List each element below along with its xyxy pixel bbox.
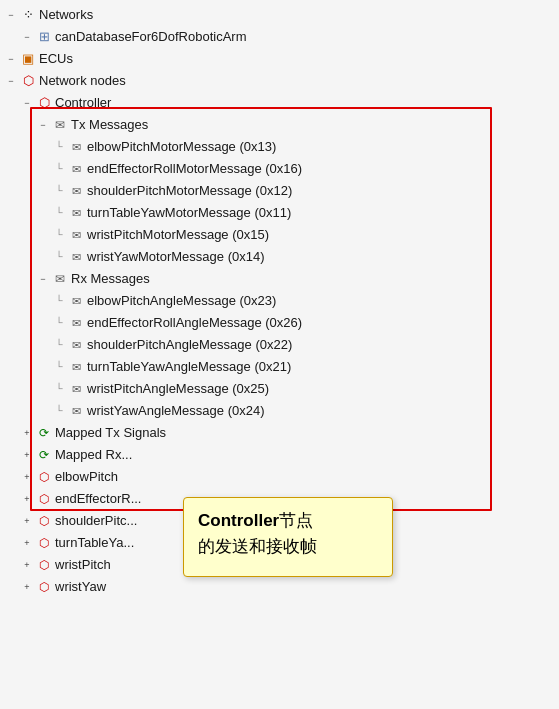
tree-label-endeffector-rx: endEffectorRollAngleMessage (0x26) [87,313,302,333]
expander-wristpitch-node[interactable] [20,558,34,572]
tree-label-shoulder-tx: shoulderPitchMotorMessage (0x12) [87,181,292,201]
msg-icon-turntable-rx: ✉ [68,359,84,375]
expander-elbowpitch-node[interactable] [20,470,34,484]
tree-label-elbow-rx: elbowPitchAngleMessage (0x23) [87,291,276,311]
turntable-node-icon: ⬡ [36,535,52,551]
tree-label-mappedrx: Mapped Rx... [55,445,132,465]
expander-elbow-rx: └ [52,294,66,308]
networknode-icon: ⬡ [20,73,36,89]
network-icon: ⁘ [20,7,36,23]
tree-label-turntable-node: turnTableYa... [55,533,134,553]
tree-label-shoulder-rx: shoulderPitchAngleMessage (0x22) [87,335,292,355]
tree-label-txmessages: Tx Messages [71,115,148,135]
tree-item-elbow-rx[interactable]: └ ✉ elbowPitchAngleMessage (0x23) [0,290,559,312]
expander-turntable-node[interactable] [20,536,34,550]
tree-item-wristpitch-tx[interactable]: └ ✉ wristPitchMotorMessage (0x15) [0,224,559,246]
tree-container: ⁘ Networks ⊞ canDatabaseFor6DofRoboticAr… [0,0,559,709]
mappedrx-icon: ⟳ [36,447,52,463]
db-icon: ⊞ [36,29,52,45]
tree-item-rxmessages[interactable]: ✉ Rx Messages [0,268,559,290]
expander-networks[interactable] [4,8,18,22]
msg-icon-elbow-rx: ✉ [68,293,84,309]
expander-shoulderpitch-node[interactable] [20,514,34,528]
expander-wristyaw-node[interactable] [20,580,34,594]
tree-item-mappedtx[interactable]: ⟳ Mapped Tx Signals [0,422,559,444]
expander-elbow-tx: └ [52,140,66,154]
expander-wristpitch-tx: └ [52,228,66,242]
expander-endeffector-rx: └ [52,316,66,330]
tree-item-wristyaw-rx[interactable]: └ ✉ wristYawAngleMessage (0x24) [0,400,559,422]
tree-label-ecus: ECUs [39,49,73,69]
tooltip-bold: Controller [198,511,279,530]
expander-controller[interactable] [20,96,34,110]
tree-item-wristpitch-rx[interactable]: └ ✉ wristPitchAngleMessage (0x25) [0,378,559,400]
expander-shoulder-tx: └ [52,184,66,198]
tree-label-wristpitch-tx: wristPitchMotorMessage (0x15) [87,225,269,245]
expander-mappedtx[interactable] [20,426,34,440]
tree-item-turntable-tx[interactable]: └ ✉ turnTableYawMotorMessage (0x11) [0,202,559,224]
tree-item-turntable-rx[interactable]: └ ✉ turnTableYawAngleMessage (0x21) [0,356,559,378]
tree-item-ecus[interactable]: ▣ ECUs [0,48,559,70]
tree-label-networknodes: Network nodes [39,71,126,91]
tree-item-networks[interactable]: ⁘ Networks [0,4,559,26]
tree-item-endeffector-rx[interactable]: └ ✉ endEffectorRollAngleMessage (0x26) [0,312,559,334]
tree-label-elbowpitch-node: elbowPitch [55,467,118,487]
mappedtx-icon: ⟳ [36,425,52,441]
tree-label-mappedtx: Mapped Tx Signals [55,423,166,443]
expander-endeffector-tx: └ [52,162,66,176]
tooltip: Controller节点的发送和接收帧 [183,497,393,577]
wristpitch-node-icon: ⬡ [36,557,52,573]
tree-label-turntable-tx: turnTableYawMotorMessage (0x11) [87,203,291,223]
msg-icon-wristpitch-tx: ✉ [68,227,84,243]
tree-item-shoulder-tx[interactable]: └ ✉ shoulderPitchMotorMessage (0x12) [0,180,559,202]
ecu-icon: ▣ [20,51,36,67]
wristyaw-node-icon: ⬡ [36,579,52,595]
msg-icon-wristyaw-rx: ✉ [68,403,84,419]
tree-item-wristyaw-tx[interactable]: └ ✉ wristYawMotorMessage (0x14) [0,246,559,268]
tree-item-candatabase[interactable]: ⊞ canDatabaseFor6DofRoboticArm [0,26,559,48]
rx-icon: ✉ [52,271,68,287]
tree-label-controller: Controller [55,93,111,113]
tree-label-endeffector-tx: endEffectorRollMotorMessage (0x16) [87,159,302,179]
msg-icon-endeffector-rx: ✉ [68,315,84,331]
tree-label-networks: Networks [39,5,93,25]
expander-ecus[interactable] [4,52,18,66]
tree-item-txmessages[interactable]: ✉ Tx Messages [0,114,559,136]
msg-icon-shoulder-rx: ✉ [68,337,84,353]
tree-item-mappedrx[interactable]: ⟳ Mapped Rx... [0,444,559,466]
tree-label-wristyaw-rx: wristYawAngleMessage (0x24) [87,401,265,421]
msg-icon-endeffector-tx: ✉ [68,161,84,177]
expander-wristyaw-rx: └ [52,404,66,418]
tree-item-networknodes[interactable]: ⬡ Network nodes [0,70,559,92]
tree-label-rxmessages: Rx Messages [71,269,150,289]
msg-icon-wristpitch-rx: ✉ [68,381,84,397]
tree-label-wristyaw-node: wristYaw [55,577,106,597]
tree-item-elbowpitch-node[interactable]: ⬡ elbowPitch [0,466,559,488]
msg-icon-turntable-tx: ✉ [68,205,84,221]
expander-turntable-rx: └ [52,360,66,374]
tree-label-shoulderpitch-node: shoulderPitc... [55,511,137,531]
expander-txmessages[interactable] [36,118,50,132]
controller-icon: ⬡ [36,95,52,111]
tree-label-candatabase: canDatabaseFor6DofRoboticArm [55,27,246,47]
expander-candatabase[interactable] [20,30,34,44]
tree-item-elbow-tx[interactable]: └ ✉ elbowPitchMotorMessage (0x13) [0,136,559,158]
expander-rxmessages[interactable] [36,272,50,286]
tree-label-elbow-tx: elbowPitchMotorMessage (0x13) [87,137,276,157]
tree-item-controller[interactable]: ⬡ Controller [0,92,559,114]
tree-item-endeffector-tx[interactable]: └ ✉ endEffectorRollMotorMessage (0x16) [0,158,559,180]
expander-endeffector-node[interactable] [20,492,34,506]
tx-icon: ✉ [52,117,68,133]
expander-shoulder-rx: └ [52,338,66,352]
expander-networknodes[interactable] [4,74,18,88]
tree-label-wristpitch-node: wristPitch [55,555,111,575]
tree-item-shoulder-rx[interactable]: └ ✉ shoulderPitchAngleMessage (0x22) [0,334,559,356]
expander-turntable-tx: └ [52,206,66,220]
elbowpitch-node-icon: ⬡ [36,469,52,485]
expander-wristyaw-tx: └ [52,250,66,264]
tree-label-endeffector-node: endEffectorR... [55,489,141,509]
msg-icon-wristyaw-tx: ✉ [68,249,84,265]
expander-mappedrx[interactable] [20,448,34,462]
tree-label-wristpitch-rx: wristPitchAngleMessage (0x25) [87,379,269,399]
tree-item-wristyaw-node[interactable]: ⬡ wristYaw [0,576,559,598]
